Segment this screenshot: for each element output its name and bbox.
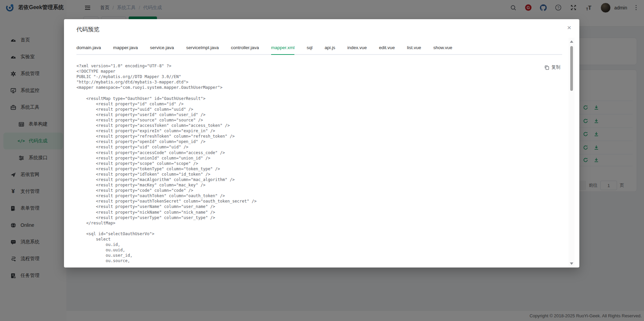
copy-icon xyxy=(544,65,549,70)
scroll-down-icon[interactable] xyxy=(570,262,573,265)
tab-index-vue[interactable]: index.vue xyxy=(347,41,367,54)
app-root: 若依Geek管理系统 首页 / 系统工具 / 代码生成 G ? xyxy=(0,0,644,321)
tab-mapper-xml[interactable]: mapper.xml xyxy=(271,41,295,54)
code-content[interactable]: <?xml version="1.0" encoding="UTF-8" ?> … xyxy=(76,63,541,265)
dialog-title: 代码预览 xyxy=(76,26,99,33)
tab-controller-java[interactable]: controller.java xyxy=(231,41,259,54)
scrollbar-thumb[interactable] xyxy=(570,46,573,91)
dialog-scrollbar[interactable] xyxy=(569,38,575,268)
tab-mapper-java[interactable]: mapper.java xyxy=(113,41,138,54)
tab-sql[interactable]: sql xyxy=(307,41,312,54)
tab-show-vue[interactable]: show.vue xyxy=(433,41,452,54)
tab-api-js[interactable]: api.js xyxy=(325,41,335,54)
tab-domain-java[interactable]: domain.java xyxy=(76,41,101,54)
tab-list-vue[interactable]: list.vue xyxy=(407,41,421,54)
tab-edit-vue[interactable]: edit.vue xyxy=(379,41,395,54)
code-file-tabs: domain.java mapper.java service.java ser… xyxy=(76,41,562,55)
copy-button[interactable]: 复制 xyxy=(544,64,560,70)
tab-serviceimpl-java[interactable]: serviceImpl.java xyxy=(186,41,219,54)
code-preview-dialog: 代码预览 × domain.java mapper.java service.j… xyxy=(64,19,579,268)
close-icon[interactable]: × xyxy=(566,23,573,32)
scroll-up-icon[interactable] xyxy=(570,40,573,43)
tab-service-java[interactable]: service.java xyxy=(150,41,174,54)
copy-label: 复制 xyxy=(551,64,560,70)
